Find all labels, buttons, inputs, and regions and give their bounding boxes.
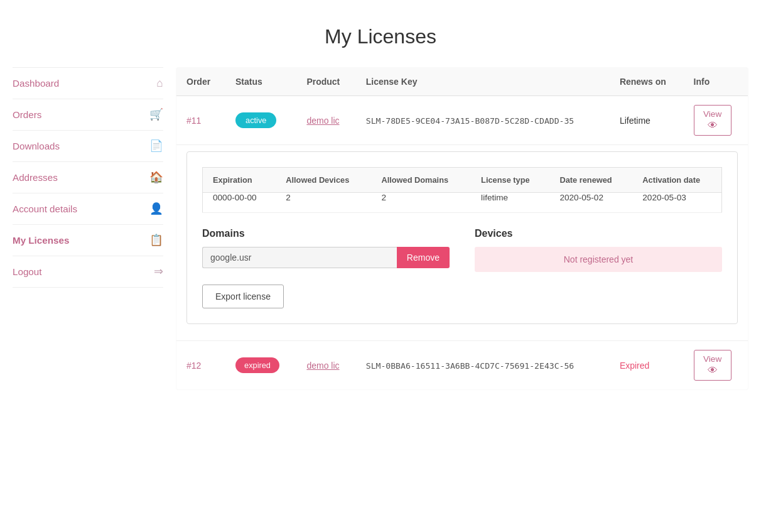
devices-title: Devices [475,228,722,239]
remove-button[interactable]: Remove [397,247,450,268]
col-license-key: License Key [356,68,610,96]
det-date-renewed: 2020-05-02 [549,193,632,213]
row1-product: demo lic [296,96,355,145]
sidebar-label-account-details: Account details [13,204,77,214]
col-status: Status [225,68,296,96]
row1-order: #11 [176,96,226,145]
domain-input[interactable] [202,247,397,268]
sidebar-label-dashboard: Dashboard [13,78,59,89]
orders-icon: 🛒 [149,108,163,121]
expanded-panel: Expiration Allowed Devices Allowed Domai… [186,151,738,324]
domains-section: Domains Remove [202,228,450,272]
main-content: Order Status Product License Key Renews … [176,67,748,390]
det-allowed-domains: 2 [371,193,471,213]
row1-info: View 👁 [684,96,748,145]
devices-section: Devices Not registered yet [475,228,722,272]
dashboard-icon: ⌂ [156,77,163,90]
table-row: #12 expired demo lic SLM-0BBA6-16511-3A6… [176,341,748,390]
renews-expired-label: Expired [620,361,649,371]
row2-status: expired [225,341,296,390]
logout-icon: ⇒ [154,265,163,278]
det-col-activation-date: Activation date [632,168,721,193]
status-badge-active: active [235,112,276,128]
sidebar-item-account-details[interactable]: Account details 👤 [13,193,163,225]
order-link-12[interactable]: #12 [186,361,201,371]
domain-input-row: Remove [202,247,450,268]
col-order: Order [176,68,226,96]
det-col-allowed-domains: Allowed Domains [371,168,471,193]
row1-status: active [225,96,296,145]
page-header: My Licenses [0,0,761,67]
row2-info: View 👁 [684,341,748,390]
downloads-icon: 📄 [149,139,163,153]
sidebar-item-addresses[interactable]: Addresses 🏠 [13,162,163,193]
det-license-type: lifetime [471,193,549,213]
det-expiration: 0000-00-00 [203,193,276,213]
expanded-cell: Expiration Allowed Devices Allowed Domai… [176,145,748,341]
view-button-2[interactable]: View 👁 [694,350,731,381]
addresses-icon: 🏠 [149,171,163,184]
sidebar-label-addresses: Addresses [13,172,58,183]
license-key-2: SLM-0BBA6-16511-3A6BB-4CD7C-75691-2E43C-… [366,361,575,371]
det-col-expiration: Expiration [203,168,276,193]
sidebar-label-orders: Orders [13,109,41,120]
domains-title: Domains [202,228,450,239]
eye-icon-2: 👁 [708,365,718,376]
status-badge-expired: expired [235,357,279,373]
eye-icon-1: 👁 [708,120,718,131]
license-key-1: SLM-78DE5-9CE04-73A15-B087D-5C28D-CDADD-… [366,116,575,126]
det-allowed-devices: 2 [276,193,371,213]
table-body: #11 active demo lic SLM-78DE5-9CE04-73A1… [176,96,748,390]
row2-license-key: SLM-0BBA6-16511-3A6BB-4CD7C-75691-2E43C-… [356,341,610,390]
col-product: Product [296,68,355,96]
row2-renews: Expired [610,341,684,390]
licenses-icon: 📋 [149,234,163,247]
product-link-2[interactable]: demo lic [306,361,339,371]
sidebar-item-dashboard[interactable]: Dashboard ⌂ [13,67,163,99]
sidebar-label-my-licenses: My Licenses [13,235,69,246]
sidebar: Dashboard ⌂ Orders 🛒 Downloads 📄 Address… [13,67,176,390]
page-title: My Licenses [13,25,748,48]
domains-devices-section: Domains Remove Devices Not registered ye… [202,228,722,272]
det-col-allowed-devices: Allowed Devices [276,168,371,193]
export-license-button[interactable]: Export license [202,285,284,308]
product-link-1[interactable]: demo lic [306,116,339,126]
not-registered-badge: Not registered yet [475,247,722,272]
sidebar-label-logout: Logout [13,266,41,277]
order-link-11[interactable]: #11 [186,116,201,126]
sidebar-item-downloads[interactable]: Downloads 📄 [13,131,163,162]
view-label-2: View [703,354,721,364]
col-info: Info [684,68,748,96]
sidebar-item-my-licenses[interactable]: My Licenses 📋 [13,225,163,256]
row2-order: #12 [176,341,226,390]
sidebar-item-logout[interactable]: Logout ⇒ [13,256,163,288]
details-table: Expiration Allowed Devices Allowed Domai… [202,167,722,213]
expanded-row-1: Expiration Allowed Devices Allowed Domai… [176,145,748,341]
account-icon: 👤 [149,202,163,215]
det-col-date-renewed: Date renewed [549,168,632,193]
view-button-1[interactable]: View 👁 [694,105,731,136]
sidebar-item-orders[interactable]: Orders 🛒 [13,99,163,131]
view-label-1: View [703,109,721,119]
table-header: Order Status Product License Key Renews … [176,68,748,96]
row1-renews: Lifetime [610,96,684,145]
table-row: #11 active demo lic SLM-78DE5-9CE04-73A1… [176,96,748,145]
det-activation-date: 2020-05-03 [632,193,721,213]
sidebar-label-downloads: Downloads [13,141,60,151]
det-col-license-type: License type [471,168,549,193]
row2-product: demo lic [296,341,355,390]
row1-license-key: SLM-78DE5-9CE04-73A15-B087D-5C28D-CDADD-… [356,96,610,145]
licenses-table: Order Status Product License Key Renews … [176,67,748,390]
col-renews-on: Renews on [610,68,684,96]
